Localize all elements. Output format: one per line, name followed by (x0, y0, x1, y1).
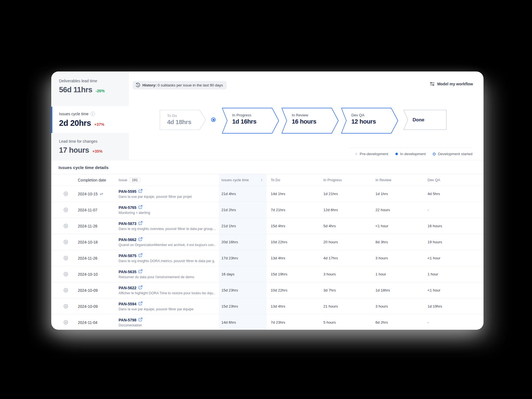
metric-issues-cycle-time[interactable]: Issues cycle time i 2d 20hrs +37% (51, 107, 129, 133)
metric-delta: +35% (93, 149, 103, 154)
external-link-icon[interactable] (139, 237, 142, 242)
dev-qa-cell: 16 hours (423, 224, 484, 228)
col-issues-cycle-time[interactable]: Issues cycle time ↑ (219, 174, 267, 186)
in-review-cell: 8d 3hrs (371, 240, 423, 244)
in-development-dot (395, 153, 398, 155)
issue-id-link[interactable]: PAN-5622 (119, 286, 136, 290)
legend-label: Development started (438, 152, 472, 156)
issue-cell: PAN-5595Dans la vue par équipe, pouvoir … (114, 189, 219, 199)
insights-panel: Deliverables lead time 56d 11hrs -26% Is… (51, 71, 484, 330)
in-progress-cell: 3 hours (319, 272, 371, 276)
issue-cell: PAN-5594Dans la vue par équipe, pouvoir … (114, 301, 219, 311)
info-icon[interactable]: i (91, 112, 95, 116)
in-review-cell: <1 hour (371, 224, 423, 228)
table-row: 2024-10-10PAN-5635Retourner du data pour… (51, 266, 484, 282)
view-issue-icon[interactable] (63, 320, 68, 325)
metric-delta: +37% (94, 122, 104, 127)
dev-qa-cell: 1 hour (423, 272, 484, 276)
view-issue-icon[interactable] (63, 239, 68, 245)
completion-date-cell: 2024-11-26 (73, 256, 114, 260)
dev-qa-cell: 19 hours (423, 240, 484, 244)
history-prefix: History: (142, 83, 157, 87)
stage-value: 1d 16hrs (232, 118, 256, 125)
external-link-icon[interactable] (139, 189, 142, 194)
external-link-icon[interactable] (139, 285, 142, 290)
issue-cell: PAN-5662Quand un OrganizationMember est … (114, 237, 219, 247)
view-issue-icon[interactable] (63, 207, 68, 213)
dev-qa-cell: - (423, 320, 484, 324)
metrics-sidebar: Deliverables lead time 56d 11hrs -26% Is… (51, 71, 129, 160)
metric-value: 56d 11hrs (59, 86, 92, 94)
in-review-cell: 1d 18hrs (371, 288, 423, 292)
issue-id-link[interactable]: PAN-5765 (119, 205, 136, 210)
in-progress-cell: 20 hours (319, 240, 371, 244)
dev-qa-cell: 1d 19hrs (423, 304, 484, 308)
col-issue[interactable]: Issue 191 (114, 177, 219, 183)
issues-cycle-time-cell: 21d 2hrs (219, 202, 267, 218)
issue-cell: PAN-5873Dans le org insights overview, p… (114, 221, 219, 231)
table-row: 2024-10-09PAN-5622Afficher le highlight … (51, 282, 484, 298)
in-review-cell: 1 hour (371, 272, 423, 276)
issue-description: Dans la vue par équipe, pouvoir filtrer … (119, 195, 216, 199)
swap-icon[interactable]: ⇌ (100, 191, 103, 196)
to-do-cell: 14d 1hrs (267, 192, 319, 196)
external-link-icon[interactable] (139, 205, 142, 210)
issue-id-link[interactable]: PAN-5662 (119, 237, 136, 242)
completion-date-cell: 2024-10-18 (73, 240, 114, 244)
to-do-cell: 15d 19hrs (267, 272, 319, 276)
in-review-cell: 6d 2hrs (371, 320, 423, 324)
issue-cell: PAN-5798Documentation (114, 318, 219, 327)
issue-id-link[interactable]: PAN-5873 (119, 221, 136, 226)
external-link-icon[interactable] (139, 318, 142, 322)
issue-id-link[interactable]: PAN-5875 (119, 254, 136, 258)
header-section: Deliverables lead time 56d 11hrs -26% Is… (51, 71, 484, 160)
issue-description: Quand un OrganizationMember est archivé,… (119, 243, 216, 247)
issue-description: Dans la vue par équipe, pouvoir filtrer … (119, 307, 216, 311)
view-issue-icon[interactable] (63, 288, 68, 293)
external-link-icon[interactable] (139, 301, 142, 306)
view-issue-icon[interactable] (63, 223, 68, 229)
external-link-icon[interactable] (139, 253, 142, 258)
issue-description: Dans le org insights overview, pouvoir f… (119, 227, 216, 231)
issue-id-link[interactable]: PAN-5798 (119, 318, 136, 322)
stage-dev-qa[interactable]: Dev QA 12 hours (341, 108, 398, 134)
stage-value: 16 hours (292, 118, 316, 125)
to-do-cell: 7d 21hrs (267, 208, 319, 212)
metric-value: 2d 20hrs (59, 119, 91, 128)
view-issue-icon[interactable] (63, 272, 68, 277)
metric-deliverables-lead-time[interactable]: Deliverables lead time 56d 11hrs -26% (51, 71, 129, 107)
legend: Pre-development In development Developme… (349, 148, 472, 160)
sort-ascending-icon[interactable]: ↑ (261, 178, 263, 182)
view-issue-icon[interactable] (63, 191, 68, 196)
in-review-cell: 1d 1hrs (371, 192, 423, 196)
model-my-workflow-button[interactable]: Model my workflow (430, 81, 473, 86)
table-row: 2024-11-26PAN-5873Dans le org insights o… (51, 218, 484, 234)
view-issue-icon[interactable] (63, 304, 68, 309)
stage-in-review[interactable]: In Review 16 hours (281, 108, 339, 134)
stage-in-progress[interactable]: In Progress 1d 16hrs (222, 108, 279, 134)
stage-to-do[interactable]: To Do 4d 18hrs (159, 109, 206, 130)
stage-done[interactable]: Done (403, 109, 447, 130)
col-in-progress[interactable]: In Progress (319, 178, 371, 182)
issue-description: Dans le org insights DORA metrics, pouvo… (119, 259, 216, 263)
col-in-review[interactable]: In Review (371, 178, 423, 182)
issue-description: Retourner du data pour l'environnement d… (119, 275, 216, 279)
metric-label: Lead time for changes (59, 139, 121, 144)
metric-lead-time-for-changes[interactable]: Lead time for changes 17 hours +35% (51, 133, 129, 160)
view-issue-icon[interactable] (63, 255, 68, 261)
stage-value: 12 hours (351, 118, 376, 125)
external-link-icon[interactable] (139, 269, 142, 274)
issue-id-link[interactable]: PAN-5595 (119, 189, 136, 194)
in-review-cell: 3 hours (371, 256, 423, 260)
metric-delta: -26% (96, 89, 105, 93)
col-to-do[interactable]: To Do (267, 178, 319, 182)
history-text: 0 subtasks per issue in the last 90 days (158, 83, 223, 87)
external-link-icon[interactable] (139, 221, 142, 226)
stage-name: In Review (292, 113, 316, 117)
col-completion-date[interactable]: Completion date (73, 178, 114, 182)
issue-id-link[interactable]: PAN-5635 (119, 270, 136, 274)
col-dev-qa[interactable]: Dev QA (423, 178, 484, 182)
pre-development-dot (355, 153, 357, 155)
dev-qa-cell: 4d 5hrs (423, 192, 484, 196)
issue-id-link[interactable]: PAN-5594 (119, 302, 136, 306)
